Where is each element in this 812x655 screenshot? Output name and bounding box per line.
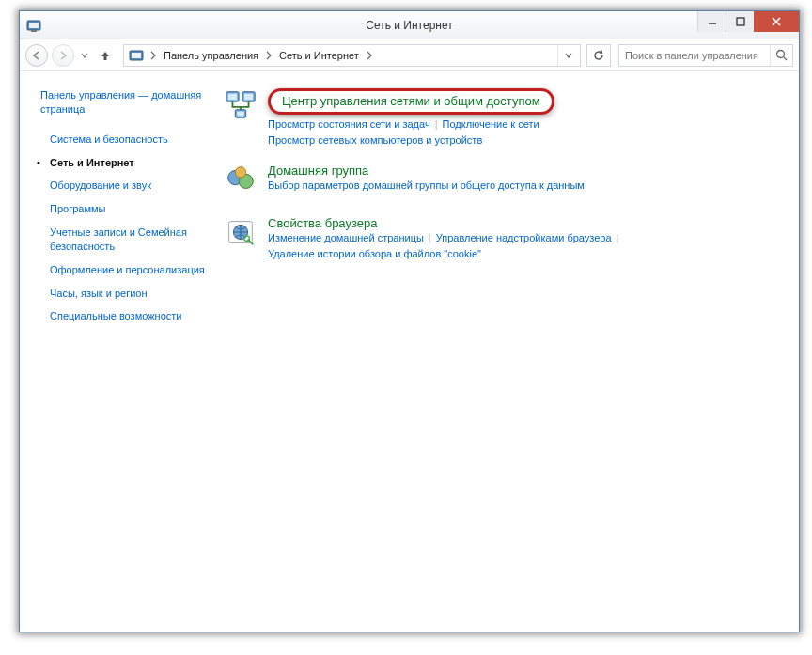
sidebar-item-system-security[interactable]: Система и безопасность <box>40 128 206 151</box>
navigation-bar: Панель управления Сеть и Интернет <box>20 39 799 71</box>
window-title: Сеть и Интернет <box>20 19 799 32</box>
sidebar-home-link[interactable]: Панель управления — домашняя страница <box>40 88 206 117</box>
svg-point-9 <box>777 51 785 58</box>
content-area: Панель управления — домашняя страница Си… <box>20 71 799 632</box>
search-icon[interactable] <box>770 45 792 66</box>
svg-line-10 <box>784 57 788 61</box>
link-connect-network[interactable]: Подключение к сети <box>443 118 539 130</box>
category-network-sharing: Центр управления сетями и общим доступом… <box>221 86 782 148</box>
close-button[interactable] <box>754 11 799 32</box>
category-internet-options: Свойства браузера Изменение домашней стр… <box>221 214 782 263</box>
sublinks-network: Просмотр состояния сети и задач|Подключе… <box>268 117 782 148</box>
network-sharing-icon <box>221 86 260 126</box>
search-box[interactable] <box>618 44 793 67</box>
svg-rect-12 <box>228 94 238 101</box>
window-controls <box>697 11 799 32</box>
forward-button[interactable] <box>52 44 74 67</box>
link-manage-addons[interactable]: Управление надстройками браузера <box>436 232 612 243</box>
app-icon <box>20 18 48 33</box>
sidebar-item-accounts-family[interactable]: Учетные записи и Семейная безопасность <box>40 221 206 258</box>
search-input[interactable] <box>619 50 770 61</box>
breadcrumb-current[interactable]: Сеть и Интернет <box>275 45 363 66</box>
up-button[interactable] <box>95 45 116 66</box>
breadcrumb-root[interactable]: Панель управления <box>160 45 262 66</box>
sidebar-item-network-internet[interactable]: Сеть и Интернет <box>40 151 206 175</box>
history-dropdown[interactable] <box>78 52 91 59</box>
chevron-right-icon[interactable] <box>363 45 376 66</box>
sidebar-item-clock-language[interactable]: Часы, язык и регион <box>40 282 206 305</box>
control-panel-window: Сеть и Интернет <box>19 10 800 632</box>
control-panel-icon <box>128 47 145 64</box>
highlight-annotation: Центр управления сетями и общим доступом <box>268 88 554 115</box>
main-panel: Центр управления сетями и общим доступом… <box>217 71 799 632</box>
homegroup-icon <box>221 162 260 201</box>
link-view-network-status[interactable]: Просмотр состояния сети и задач <box>268 118 430 130</box>
internet-options-icon <box>221 214 260 254</box>
link-view-network-computers[interactable]: Просмотр сетевых компьютеров и устройств <box>268 134 482 146</box>
link-delete-history[interactable]: Удаление истории обзора и файлов "cookie… <box>268 248 481 259</box>
svg-rect-4 <box>737 18 744 25</box>
sidebar: Панель управления — домашняя страница Си… <box>20 71 217 632</box>
sublinks-homegroup: Выбор параметров домашней группы и общег… <box>268 178 782 194</box>
sidebar-category-list: Система и безопасность Сеть и Интернет О… <box>40 128 206 329</box>
maximize-button[interactable] <box>726 11 754 32</box>
sidebar-item-programs[interactable]: Программы <box>40 197 206 221</box>
svg-rect-8 <box>132 53 141 58</box>
address-dropdown-button[interactable] <box>557 45 578 66</box>
svg-rect-14 <box>244 94 254 101</box>
link-homegroup[interactable]: Домашняя группа <box>268 164 368 179</box>
refresh-button[interactable] <box>586 44 611 67</box>
sublinks-internet-options: Изменение домашней страницы|Управление н… <box>268 230 782 262</box>
sidebar-item-appearance[interactable]: Оформление и персонализация <box>40 258 206 282</box>
back-button[interactable] <box>25 44 48 67</box>
svg-rect-16 <box>237 112 244 117</box>
svg-rect-1 <box>29 23 39 28</box>
sidebar-item-ease-access[interactable]: Специальные возможности <box>40 304 206 328</box>
titlebar: Сеть и Интернет <box>20 11 799 39</box>
chevron-right-icon[interactable] <box>262 45 275 66</box>
link-homegroup-settings[interactable]: Выбор параметров домашней группы и общег… <box>268 179 585 191</box>
category-homegroup: Домашняя группа Выбор параметров домашне… <box>221 162 782 201</box>
minimize-button[interactable] <box>697 11 726 32</box>
svg-point-19 <box>235 166 245 177</box>
svg-rect-2 <box>31 30 37 32</box>
address-bar[interactable]: Панель управления Сеть и Интернет <box>123 44 581 67</box>
link-internet-options[interactable]: Свойства браузера <box>268 216 377 231</box>
link-change-homepage[interactable]: Изменение домашней страницы <box>268 232 424 243</box>
link-network-sharing-center[interactable]: Центр управления сетями и общим доступом <box>282 94 540 109</box>
chevron-right-icon[interactable] <box>147 45 160 66</box>
sidebar-item-hardware-sound[interactable]: Оборудование и звук <box>40 174 206 197</box>
